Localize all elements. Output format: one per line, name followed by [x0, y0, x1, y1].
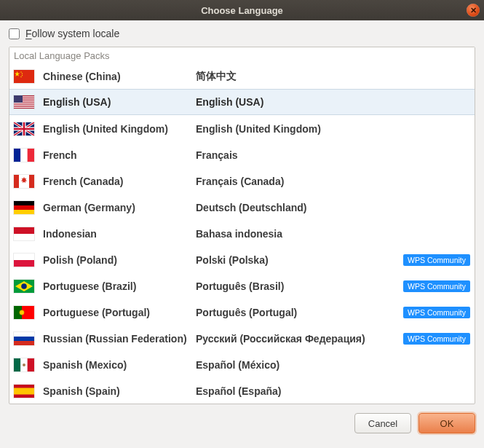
svg-rect-35 — [14, 341, 34, 345]
language-row-id[interactable]: IndonesianBahasa indonesia — [9, 220, 475, 246]
language-name: German (Germany) — [43, 202, 196, 213]
language-list: Chinese (China)简体中文English (USA)English … — [9, 63, 475, 404]
community-badge: WPS Community — [403, 254, 470, 266]
flag-icon-es — [14, 385, 34, 398]
flag-icon-ru — [14, 332, 34, 345]
language-row-pt-br[interactable]: Portuguese (Brazil)Português (Brasil)WPS… — [9, 272, 475, 299]
language-row-en-gb[interactable]: English (United Kingdom)English (United … — [9, 115, 475, 141]
language-native: Français (Canada) — [196, 176, 470, 187]
flag-icon-pt — [14, 306, 34, 319]
language-name: Spanish (Spain) — [43, 385, 196, 397]
flag-icon-cn — [14, 70, 34, 83]
community-badge: WPS Community — [403, 280, 470, 292]
close-button[interactable]: ✕ — [467, 4, 480, 17]
svg-point-3 — [22, 73, 23, 74]
flag-icon-mx — [14, 358, 34, 372]
dialog-content: Follow system locale Local Language Pack… — [0, 20, 484, 442]
svg-rect-23 — [14, 210, 34, 214]
svg-rect-16 — [20, 149, 27, 162]
svg-rect-15 — [14, 149, 20, 162]
language-name: Polish (Poland) — [43, 254, 196, 266]
svg-point-39 — [23, 363, 25, 366]
svg-rect-13 — [14, 95, 23, 103]
flag-icon-id — [14, 227, 34, 240]
svg-rect-34 — [14, 337, 34, 341]
language-name: English (USA) — [43, 96, 196, 108]
language-native: English (United Kingdom) — [196, 123, 470, 135]
svg-rect-33 — [14, 332, 34, 337]
language-native: Português (Brasil) — [196, 280, 399, 292]
svg-rect-22 — [14, 205, 34, 210]
language-row-zh-cn[interactable]: Chinese (China)简体中文 — [9, 63, 475, 89]
language-row-fr-ca[interactable]: French (Canada)Français (Canada) — [9, 168, 475, 194]
svg-rect-41 — [14, 388, 34, 394]
svg-rect-38 — [28, 358, 34, 372]
language-native: Français — [196, 149, 470, 161]
follow-system-locale-checkbox[interactable] — [9, 28, 20, 39]
language-native: Español (España) — [196, 385, 470, 397]
svg-rect-24 — [14, 227, 34, 234]
language-name: Portuguese (Brazil) — [43, 280, 196, 292]
svg-rect-26 — [14, 254, 34, 260]
close-icon: ✕ — [470, 6, 477, 15]
community-badge: WPS Community — [403, 307, 470, 318]
flag-icon-fr — [14, 149, 34, 162]
language-name: Indonesian — [43, 228, 196, 240]
svg-point-4 — [22, 74, 23, 75]
flag-icon-ca — [14, 175, 34, 188]
svg-rect-25 — [14, 234, 34, 240]
follow-system-locale-label: Follow system locale — [25, 28, 119, 39]
language-name: Portuguese (Portugal) — [43, 307, 196, 318]
flag-icon-de — [14, 201, 34, 214]
svg-point-29 — [21, 283, 27, 289]
svg-rect-17 — [28, 149, 34, 162]
language-row-de[interactable]: German (Germany)Deutsch (Deutschland) — [9, 194, 475, 220]
language-native: Bahasa indonesia — [196, 228, 470, 240]
svg-rect-10 — [14, 103, 34, 103]
language-name: English (United Kingdom) — [43, 123, 196, 135]
flag-icon-br — [14, 280, 34, 293]
language-panel: Local Language Packs Chinese (China)简体中文… — [9, 47, 475, 404]
flag-icon-gb — [14, 122, 34, 135]
language-row-pt-pt[interactable]: Portuguese (Portugal)Português (Portugal… — [9, 299, 475, 325]
svg-rect-19 — [14, 175, 19, 188]
language-name: French — [43, 149, 196, 161]
cancel-button[interactable]: Cancel — [354, 413, 411, 433]
svg-rect-11 — [14, 105, 34, 106]
svg-point-2 — [20, 71, 21, 72]
language-name: French (Canada) — [43, 176, 196, 187]
language-row-en-us[interactable]: English (USA)English (USA) — [9, 89, 475, 115]
panel-title: Local Language Packs — [9, 47, 475, 63]
language-native: English (USA) — [196, 96, 470, 108]
svg-point-5 — [20, 76, 21, 76]
flag-icon-pl — [14, 254, 34, 267]
language-row-es-es[interactable]: Spanish (Spain)Español (España) — [9, 377, 475, 404]
language-row-ru[interactable]: Russian (Russian Federation)Русский (Рос… — [9, 325, 475, 351]
language-row-es-mx[interactable]: Spanish (Mexico)Español (México) — [9, 351, 475, 377]
language-native: 简体中文 — [196, 70, 470, 83]
svg-rect-21 — [14, 201, 34, 205]
window-title: Choose Language — [201, 5, 283, 16]
community-badge: WPS Community — [403, 333, 470, 345]
language-name: Russian (Russian Federation) — [43, 333, 196, 345]
language-native: Português (Portugal) — [196, 307, 399, 318]
language-native: Русский (Российская Федерация) — [196, 333, 399, 345]
language-row-fr[interactable]: FrenchFrançais — [9, 141, 475, 168]
svg-rect-0 — [14, 70, 34, 83]
ok-button[interactable]: OK — [418, 413, 475, 433]
svg-rect-12 — [14, 106, 34, 107]
button-row: Cancel OK — [9, 413, 475, 433]
svg-rect-20 — [29, 175, 34, 188]
language-native: Deutsch (Deutschland) — [196, 202, 470, 213]
flag-icon-us — [14, 95, 34, 109]
titlebar: Choose Language ✕ — [0, 0, 484, 20]
language-native: Español (México) — [196, 359, 470, 371]
language-native: Polski (Polska) — [196, 254, 399, 266]
svg-point-32 — [20, 310, 24, 314]
language-name: Spanish (Mexico) — [43, 359, 196, 371]
language-row-pl[interactable]: Polish (Poland)Polski (Polska)WPS Commun… — [9, 246, 475, 272]
follow-system-locale-row[interactable]: Follow system locale — [9, 28, 475, 39]
svg-rect-27 — [14, 260, 34, 267]
language-name: Chinese (China) — [43, 71, 196, 82]
svg-rect-36 — [14, 358, 20, 372]
